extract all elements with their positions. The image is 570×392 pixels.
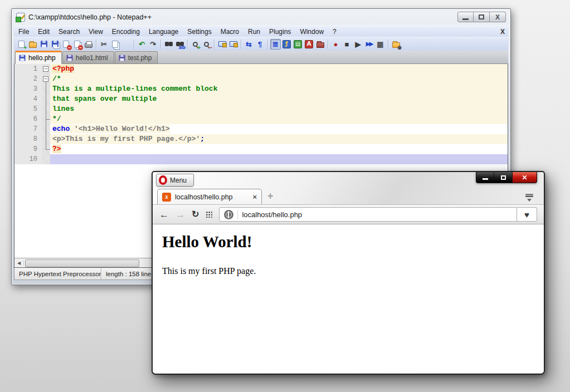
code-line[interactable]: 4that spans over multiple [14,94,508,104]
tab-label: hello.php [28,54,56,62]
document-tab-test-php[interactable]: test.php [115,51,158,63]
toolbar-separator [187,40,188,49]
minimize-icon [462,18,469,20]
bookmarks-bar-toggle-icon[interactable] [525,193,534,201]
save-icon[interactable] [38,39,49,50]
fold-margin[interactable] [42,94,50,104]
fold-margin[interactable] [42,104,50,114]
new-file-icon[interactable]: + [16,39,27,50]
print-icon[interactable] [83,39,94,50]
toolbar-separator [241,40,241,49]
show-all-characters-icon[interactable]: ¶ [255,39,265,50]
copy-icon[interactable] [110,39,120,50]
menu-item-[interactable]: ? [328,27,341,37]
opera-restore-button[interactable] [494,172,513,183]
line-number: 8 [14,134,42,144]
macro-stop-icon[interactable]: ■ [342,39,352,50]
fold-margin[interactable] [42,154,50,164]
menu-item-language[interactable]: Language [144,27,183,37]
menu-item-edit[interactable]: Edit [33,27,54,37]
opera-menu-label: Menu [170,177,187,184]
fold-collapse-icon[interactable]: – [43,76,48,82]
forward-icon[interactable]: → [176,210,185,219]
fold-margin[interactable] [42,144,50,154]
menubar-close-icon[interactable]: X [500,28,505,36]
indent-guide-icon[interactable]: ≣ [270,39,281,50]
zoom-out-icon[interactable]: – [201,39,212,50]
scrollbar-thumb[interactable] [25,259,139,267]
sync-vertical-icon[interactable] [217,39,227,50]
close-all-icon[interactable]: – [72,39,82,50]
minimize-button[interactable] [457,12,474,22]
code-line[interactable]: 9?> [14,144,508,154]
project-panel-icon[interactable] [315,39,325,50]
browser-tab[interactable]: x localhost/hello.php × [157,189,262,204]
open-icon[interactable] [27,39,38,50]
redo-icon[interactable]: ↷ [148,39,158,50]
sync-horizontal-icon[interactable] [228,39,238,50]
menu-item-encoding[interactable]: Encoding [108,27,144,37]
menu-item-window[interactable]: Window [295,27,328,37]
open-containing-folder-icon[interactable]: ● [391,39,401,50]
bookmark-heart-button[interactable]: ♥ [517,207,537,222]
address-bar[interactable]: localhost/hello.php [219,207,517,222]
function-completion-icon[interactable]: ƒ [281,39,292,50]
zoom-in-icon[interactable]: + [190,39,201,50]
reload-icon[interactable]: ↻ [192,210,199,219]
menu-item-run[interactable]: Run [243,27,265,37]
code-line[interactable]: 2–/* [14,74,508,84]
replace-icon[interactable]: ab [174,39,185,50]
menu-item-macro[interactable]: Macro [216,27,243,37]
close-button[interactable]: X [490,12,506,22]
fold-margin[interactable] [42,84,50,94]
fold-margin[interactable] [42,114,50,124]
macro-save-icon[interactable]: ▦ [375,39,386,50]
scroll-left-icon[interactable]: ◀ [14,261,24,266]
document-tab-hello1-html[interactable]: hello1.html [62,51,114,63]
site-badge-icon[interactable] [224,210,233,219]
fold-collapse-icon[interactable]: – [43,66,48,72]
close-icon[interactable]: – [61,39,71,50]
macro-record-icon[interactable]: ● [330,39,341,50]
restore-button[interactable] [474,12,490,22]
back-icon[interactable]: ← [159,210,169,219]
fold-margin[interactable] [42,124,50,134]
opera-menu-button[interactable]: Menu [156,174,194,187]
document-map-icon[interactable]: ▤ [293,39,303,50]
code-line[interactable]: 5lines [14,104,508,114]
fold-margin[interactable]: – [42,64,50,74]
new-tab-button[interactable]: + [267,190,274,202]
paste-icon[interactable] [121,39,131,50]
code-line[interactable]: 6*/ [14,114,508,124]
code-line[interactable]: 10 [14,154,508,164]
save-all-icon[interactable] [50,39,60,50]
speed-dial-icon[interactable] [206,211,212,218]
document-tab-hello-php[interactable]: hello.php [15,51,62,64]
menu-item-file[interactable]: File [14,27,33,37]
opera-titlebar[interactable]: Menu ✕ [153,172,544,188]
fold-margin[interactable]: – [42,74,50,84]
code-line[interactable]: 3This is a multiple-lines comment block [14,84,508,94]
fold-margin[interactable] [42,134,50,144]
macro-run-multiple-icon[interactable]: ▶▶ [364,39,374,50]
undo-icon[interactable]: ↶ [137,39,147,50]
menu-item-view[interactable]: View [84,27,108,37]
cut-icon[interactable]: ✂ [99,39,109,50]
macro-play-icon[interactable]: ▶ [353,39,363,50]
notepadpp-app-icon [16,13,25,22]
code-line[interactable]: 7echo '<h1>Hello World!</h1> [14,124,508,134]
menu-item-search[interactable]: Search [54,27,84,37]
folder-as-workspace-icon[interactable]: A [304,39,314,50]
find-icon[interactable] [163,39,174,50]
opera-close-button[interactable]: ✕ [513,172,537,183]
notepadpp-titlebar[interactable]: C:\xampp\htdocs\hello.php - Notepad++ X [12,9,510,26]
code-line[interactable]: 1–<?php [14,64,508,74]
code-line[interactable]: 8<p>This is my first PHP page.</p>'; [14,134,508,144]
word-wrap-icon[interactable]: ⇆ [243,39,254,50]
opera-minimize-button[interactable] [476,172,494,183]
menu-item-settings[interactable]: Settings [183,27,216,37]
tab-close-icon[interactable]: × [252,193,257,201]
line-number: 10 [14,154,42,164]
address-url[interactable]: localhost/hello.php [242,210,302,219]
menu-item-plugins[interactable]: Plugins [265,27,295,37]
